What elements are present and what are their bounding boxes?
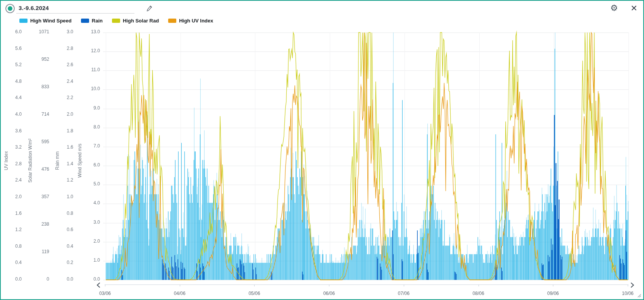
legend-swatch xyxy=(112,19,120,23)
date-range-field[interactable]: 3.-9.6.2024 xyxy=(19,5,49,11)
legend-swatch xyxy=(81,19,89,23)
legend-label: Rain xyxy=(92,18,103,24)
legend-label: High UV Index xyxy=(179,18,213,24)
close-icon[interactable]: × xyxy=(631,1,637,15)
legend-label: High Solar Rad xyxy=(123,18,159,24)
legend-item-high-uv-index[interactable]: High UV Index xyxy=(168,18,213,24)
x-slider-track[interactable] xyxy=(105,285,629,285)
legend-item-rain[interactable]: Rain xyxy=(81,18,103,24)
legend-label: High Wind Speed xyxy=(30,18,72,24)
radio-selected-icon[interactable] xyxy=(5,4,15,13)
chart-canvas[interactable] xyxy=(1,1,644,300)
weather-widget-window: 3.-9.6.2024 ⚙ × High Wind SpeedRainHigh … xyxy=(0,0,644,300)
legend-swatch xyxy=(19,19,28,23)
resize-handle-icon[interactable] xyxy=(636,293,641,298)
chart-legend: High Wind SpeedRainHigh Solar RadHigh UV… xyxy=(19,18,213,24)
legend-item-high-solar-rad[interactable]: High Solar Rad xyxy=(112,18,159,24)
legend-swatch xyxy=(168,19,176,23)
legend-item-high-wind-speed[interactable]: High Wind Speed xyxy=(19,18,72,24)
settings-gear-icon[interactable]: ⚙ xyxy=(610,3,618,14)
edit-pencil-icon[interactable] xyxy=(146,5,153,12)
chevron-left-icon[interactable] xyxy=(96,282,101,288)
chevron-right-icon[interactable] xyxy=(630,282,635,288)
radio-dot xyxy=(8,6,12,11)
